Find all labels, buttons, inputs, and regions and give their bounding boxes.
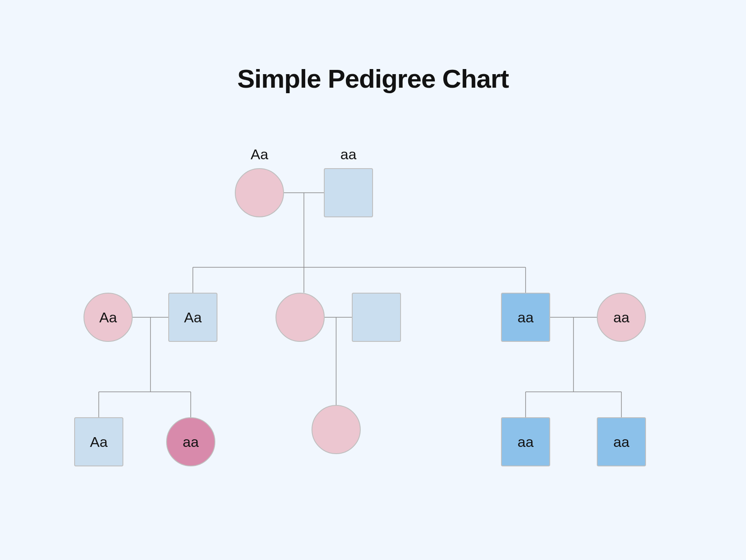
g3-circle-mid xyxy=(312,405,361,454)
g1-female xyxy=(235,168,284,217)
g3-square-r2: aa xyxy=(597,417,646,466)
page-title: Simple Pedigree Chart xyxy=(0,64,746,94)
g2-male-right: aa xyxy=(501,293,550,342)
g1-male-label: aa xyxy=(340,146,356,163)
g2-male-mid xyxy=(352,293,401,342)
g1-female-label: Aa xyxy=(251,146,268,163)
g2-male-left: Aa xyxy=(168,293,217,342)
g2-female-left: Aa xyxy=(84,293,133,342)
g3-square-left: Aa xyxy=(74,417,123,466)
g2-female-mid xyxy=(276,293,325,342)
g2-female-right: aa xyxy=(597,293,646,342)
g3-square-r1: aa xyxy=(501,417,550,466)
g3-circle-left: aa xyxy=(166,417,215,466)
g1-male xyxy=(324,168,373,217)
